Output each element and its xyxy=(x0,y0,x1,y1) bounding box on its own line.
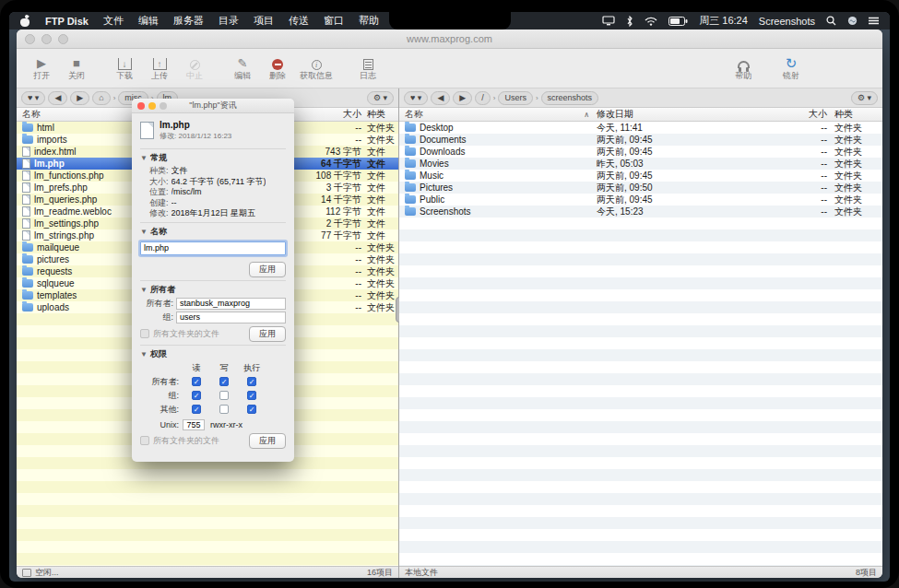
menu-item-project[interactable]: 项目 xyxy=(254,14,274,28)
group-read-checkbox[interactable] xyxy=(192,391,201,400)
table-row[interactable]: Downloads两天前, 09:45--文件夹 xyxy=(399,146,882,158)
other-read-checkbox[interactable] xyxy=(192,405,201,414)
battery-icon[interactable] xyxy=(668,17,688,26)
owner-field[interactable] xyxy=(176,298,286,310)
other-exec-checkbox[interactable] xyxy=(247,405,256,414)
menu-clock[interactable]: 周三 16:24 xyxy=(699,14,748,28)
mirror-button[interactable]: ↻镜射 xyxy=(774,54,809,82)
table-row[interactable]: Desktop今天, 11:41--文件夹 xyxy=(399,122,882,134)
menu-item-file[interactable]: 文件 xyxy=(103,14,124,28)
col-size[interactable]: 大小 xyxy=(772,108,827,121)
favorites-button[interactable]: ♥ ▾ xyxy=(404,91,428,105)
back-button[interactable]: ◀ xyxy=(431,91,450,105)
table-row[interactable]: Pictures两天前, 09:50--文件夹 xyxy=(399,182,882,194)
col-kind[interactable]: 种类 xyxy=(834,108,871,121)
col-size[interactable]: 大小 xyxy=(297,108,361,121)
col-name[interactable]: 名称 xyxy=(405,108,423,121)
download-button[interactable]: ↓下载 xyxy=(107,54,142,82)
file-kind: 文件夹 xyxy=(367,253,395,265)
forward-button[interactable]: ▶ xyxy=(70,91,89,105)
group-exec-checkbox[interactable] xyxy=(247,391,256,400)
apply-name-button[interactable]: 应用 xyxy=(249,262,286,277)
file-icon xyxy=(22,230,30,241)
col-kind[interactable]: 种类 xyxy=(367,108,395,121)
section-general[interactable]: ▼常规 xyxy=(140,152,286,164)
apply-owner-button[interactable]: 应用 xyxy=(249,326,286,342)
notification-center-icon[interactable] xyxy=(869,17,879,25)
local-file-list[interactable]: Desktop今天, 11:41--文件夹 Documents两天前, 09:4… xyxy=(399,122,882,566)
menu-status-app[interactable]: Screenshots xyxy=(759,16,815,27)
get-info-button[interactable]: i获取信息 xyxy=(295,54,337,82)
log-button[interactable]: 日志 xyxy=(350,54,385,82)
wifi-icon[interactable] xyxy=(645,17,657,26)
dialog-titlebar[interactable]: "lm.php"资讯 xyxy=(132,99,294,113)
root-breadcrumb[interactable]: / xyxy=(475,91,491,105)
bluetooth-icon[interactable] xyxy=(626,16,633,27)
file-size: -- xyxy=(772,206,827,218)
close-connection-button[interactable]: ■关闭 xyxy=(59,54,94,82)
breadcrumb-users[interactable]: Users xyxy=(498,91,533,105)
file-name: Documents xyxy=(420,134,467,146)
forward-button[interactable]: ▶ xyxy=(453,91,472,105)
home-breadcrumb[interactable]: ⌂ xyxy=(92,91,110,105)
window-titlebar[interactable]: www.maxprog.com xyxy=(17,29,882,49)
col-modified[interactable]: 修改日期 xyxy=(597,108,772,121)
menu-item-help[interactable]: 帮助 xyxy=(359,14,379,28)
menu-item-server[interactable]: 服务器 xyxy=(173,14,204,28)
owner-exec-checkbox[interactable] xyxy=(247,377,256,386)
unix-mode-field[interactable] xyxy=(183,419,205,430)
file-kind: 文件 xyxy=(367,206,395,218)
menu-app-name[interactable]: FTP Disk xyxy=(45,16,89,27)
edit-button[interactable]: ✎编辑 xyxy=(225,54,260,82)
file-size: -- xyxy=(297,265,361,277)
table-row[interactable]: Screenshots今天, 15:23--文件夹 xyxy=(399,206,882,218)
close-button[interactable] xyxy=(137,102,145,110)
table-row[interactable]: Documents两天前, 09:45--文件夹 xyxy=(399,134,882,146)
local-actions-button[interactable]: ⚙ ▾ xyxy=(851,91,878,105)
disclosure-triangle-icon[interactable]: ▼ xyxy=(140,286,148,294)
menu-item-edit[interactable]: 编辑 xyxy=(138,14,159,28)
apply-permissions-button[interactable]: 应用 xyxy=(249,433,286,449)
display-icon[interactable] xyxy=(602,16,615,26)
menu-item-directory[interactable]: 目录 xyxy=(219,14,239,28)
owner-write-checkbox[interactable] xyxy=(219,377,229,386)
folder-icon xyxy=(405,183,416,192)
perm-group-label: 组: xyxy=(140,390,179,402)
disclosure-triangle-icon[interactable]: ▼ xyxy=(140,350,148,359)
menu-item-window[interactable]: 窗口 xyxy=(324,14,344,28)
file-icon xyxy=(22,147,30,157)
section-owner[interactable]: ▼所有者 xyxy=(140,284,286,296)
siri-icon[interactable] xyxy=(847,16,858,26)
upload-button[interactable]: ↑上传 xyxy=(142,54,177,82)
back-button[interactable]: ◀ xyxy=(48,91,67,105)
open-button[interactable]: ▶打开 xyxy=(24,54,59,82)
table-row[interactable]: Public两天前, 09:45--文件夹 xyxy=(399,194,882,206)
help-button[interactable]: 帮助 xyxy=(726,54,761,82)
group-field[interactable] xyxy=(176,312,286,323)
disclosure-triangle-icon[interactable]: ▼ xyxy=(140,228,148,236)
disclosure-triangle-icon[interactable]: ▼ xyxy=(140,154,148,162)
owner-read-checkbox[interactable] xyxy=(192,377,201,386)
file-icon xyxy=(140,122,154,139)
toolbar: ▶打开 ■关闭 ↓下载 ↑上传 中止 ✎编辑 删除 i获取信息 日志 帮助 ↻镜… xyxy=(17,49,882,88)
delete-button[interactable]: 删除 xyxy=(260,54,295,82)
file-modified: 两天前, 09:45 xyxy=(597,194,772,206)
menu-item-transfer[interactable]: 传送 xyxy=(289,14,309,28)
other-write-checkbox[interactable] xyxy=(219,405,229,414)
minimize-button[interactable] xyxy=(148,102,156,110)
rename-input[interactable] xyxy=(140,241,286,255)
group-write-checkbox[interactable] xyxy=(219,391,229,400)
file-kind: 文件夹 xyxy=(834,146,871,158)
table-row[interactable]: Music两天前, 09:45--文件夹 xyxy=(399,170,882,182)
breadcrumb-screenshots[interactable]: screenshots xyxy=(541,91,599,105)
section-permissions[interactable]: ▼权限 xyxy=(140,348,286,360)
table-row[interactable]: Movies昨天, 05:03--文件夹 xyxy=(399,158,882,170)
section-name[interactable]: ▼名称 xyxy=(140,226,286,238)
favorites-button[interactable]: ♥ ▾ xyxy=(21,91,45,105)
local-pathbar: ♥ ▾ ◀ ▶ / › Users › screenshots ⚙ ▾ xyxy=(399,88,882,108)
local-column-header[interactable]: 名称∧ 修改日期 大小 种类 xyxy=(399,108,882,122)
apple-menu-icon[interactable] xyxy=(20,16,30,27)
search-icon[interactable] xyxy=(826,16,836,26)
remote-actions-button[interactable]: ⚙ ▾ xyxy=(367,91,394,105)
file-kind: 文件 xyxy=(367,170,395,182)
